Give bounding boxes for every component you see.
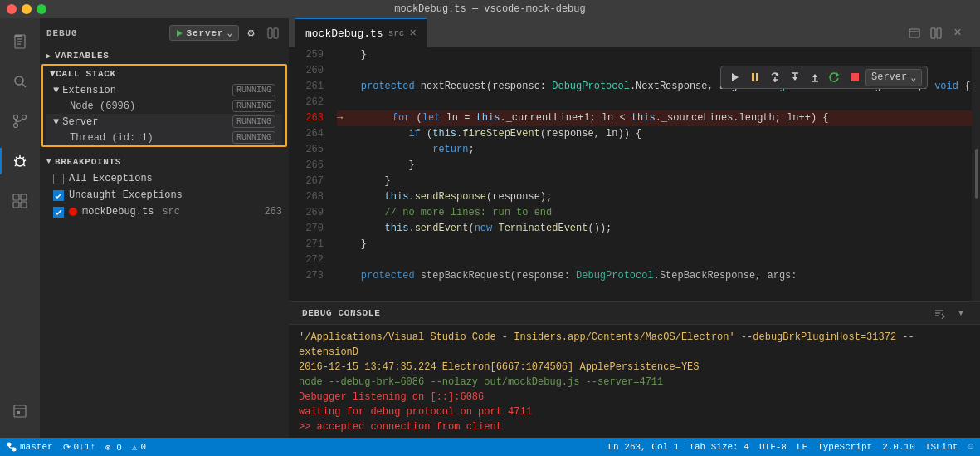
svg-rect-27 <box>268 28 272 38</box>
activity-files-icon[interactable] <box>0 22 40 61</box>
code-line-270: this . sendEvent ( new TerminatedEvent (… <box>337 221 972 237</box>
activity-debug-icon[interactable] <box>0 141 40 181</box>
bp-checkbox-uncaught[interactable] <box>53 190 64 201</box>
code-line-264: if ( this . fireStepEvent (response, ln)… <box>337 126 972 142</box>
pause-button[interactable] <box>746 68 764 86</box>
svg-marker-36 <box>792 77 797 81</box>
bp-dot-icon <box>69 208 77 216</box>
svg-marker-29 <box>732 73 739 81</box>
code-line-268: this . sendResponse (response); <box>337 189 972 205</box>
callstack-group-extension: ▼ Extension RUNNING Node (6996) RUNNING <box>43 82 285 114</box>
bp-checkbox-all[interactable] <box>53 174 64 184</box>
debug-server-select[interactable]: Server ⌄ <box>865 69 922 86</box>
callstack-item-thread[interactable]: Thread (id: 1) RUNNING <box>46 130 282 145</box>
version-status[interactable]: 2.0.10 <box>882 442 915 452</box>
maximize-button[interactable] <box>37 4 46 14</box>
activity-git-icon[interactable] <box>0 101 40 141</box>
bp-src-label: src <box>162 206 180 218</box>
node-running-badge: RUNNING <box>232 100 275 112</box>
bp-checkbox-mockdebug[interactable] <box>53 207 64 218</box>
close-editor-icon[interactable]: × <box>948 24 967 42</box>
eol-status[interactable]: LF <box>797 442 807 452</box>
tab-mockdebug[interactable]: mockDebug.ts src × <box>295 18 427 47</box>
minimize-button[interactable] <box>22 4 32 14</box>
svg-point-8 <box>22 115 27 120</box>
traffic-lights <box>7 4 46 14</box>
window-title: mockDebug.ts — vscode-mock-debug <box>394 3 585 15</box>
tab-size-status[interactable]: Tab Size: 4 <box>689 442 749 452</box>
errors-status[interactable]: ⊗ 0 <box>105 442 122 453</box>
bp-uncaught-exceptions[interactable]: Uncaught Exceptions <box>40 187 289 203</box>
linter-label: TSLint <box>925 442 958 452</box>
thread-running-badge: RUNNING <box>232 131 275 144</box>
debug-controls: Server ⌄ ⚙ <box>169 24 282 42</box>
step-out-button[interactable] <box>806 68 824 86</box>
svg-line-17 <box>15 164 17 166</box>
split-editor-icon[interactable] <box>264 24 282 42</box>
server-group-name: ▼ Server <box>53 116 98 128</box>
svg-rect-22 <box>21 202 27 208</box>
close-button[interactable] <box>7 4 17 14</box>
sync-label: 0↓1↑ <box>74 442 95 452</box>
activity-search-icon[interactable] <box>0 61 40 101</box>
debug-play-button[interactable]: Server ⌄ <box>169 25 239 41</box>
callstack-group-extension-header[interactable]: ▼ Extension RUNNING <box>46 82 282 98</box>
group-name: ▼ Extension <box>53 85 116 96</box>
svg-line-13 <box>16 157 17 159</box>
debug-toolbar: Server ⌄ <box>720 66 928 89</box>
sync-status[interactable]: ⟳ 0↓1↑ <box>63 442 95 453</box>
svg-rect-46 <box>937 28 941 38</box>
language-status[interactable]: TypeScript <box>817 442 872 452</box>
encoding-status[interactable]: UTF-8 <box>759 442 787 452</box>
editor-area: Server ⌄ mockDebug.ts src × <box>289 18 980 438</box>
console-actions: ▾ <box>930 304 970 322</box>
breakpoints-label[interactable]: ▼ BREAKPOINTS <box>40 154 289 170</box>
callstack-header[interactable]: ▼ CALL STACK <box>43 66 285 82</box>
debug-header: DEBUG Server ⌄ ⚙ <box>40 18 289 47</box>
warnings-status[interactable]: ⚠ 0 <box>132 442 146 453</box>
activity-files2-icon[interactable] <box>0 391 40 431</box>
split-view-icon[interactable] <box>927 24 945 42</box>
stop-button[interactable] <box>846 68 864 86</box>
step-into-button[interactable] <box>786 68 804 86</box>
warnings-icon: ⚠ <box>132 442 138 453</box>
linter-status[interactable]: TSLint <box>925 442 958 452</box>
scrollbar-thumb[interactable] <box>975 149 978 199</box>
main-layout: DEBUG Server ⌄ ⚙ <box>0 18 980 438</box>
callstack-group-server-header[interactable]: ▼ Server RUNNING <box>46 114 282 130</box>
emoji-status[interactable]: ☺ <box>968 442 973 452</box>
triangle-icon: ▶ <box>46 51 51 61</box>
console-line-3: node --debug-brk=6086 --nolazy out/mockD… <box>299 375 970 390</box>
tab-src-label: src <box>388 28 405 38</box>
code-line-269: // no more lines: run to end <box>337 205 972 221</box>
ln-col-status[interactable]: Ln 263, Col 1 <box>607 442 679 452</box>
debug-console: DEBUG CONSOLE ▾ '/Applications/Visual St… <box>289 301 980 438</box>
tab-close-button[interactable]: × <box>409 27 416 40</box>
debug-label: DEBUG <box>46 28 77 38</box>
console-tab-debug[interactable]: DEBUG CONSOLE <box>299 308 383 318</box>
bp-mockdebug[interactable]: mockDebug.ts src 263 <box>40 203 289 220</box>
variables-section-label[interactable]: ▶ VARIABLES <box>40 47 289 64</box>
editor-icon1[interactable] <box>905 24 924 42</box>
console-clear-icon[interactable] <box>930 304 948 322</box>
callstack-label: CALL STACK <box>56 69 116 79</box>
console-line-5: waiting for debug protocol on port 4711 <box>299 405 970 419</box>
bp-mockdebug-label: mockDebug.ts <box>82 206 154 218</box>
code-line-265: return ; <box>337 142 972 158</box>
callstack-item-node[interactable]: Node (6996) RUNNING <box>46 98 282 114</box>
svg-rect-25 <box>17 411 20 414</box>
step-over-button[interactable] <box>766 68 784 86</box>
scrollbar[interactable] <box>972 47 980 301</box>
console-header: DEBUG CONSOLE ▾ <box>289 302 980 325</box>
console-collapse-icon[interactable]: ▾ <box>952 304 970 322</box>
bp-all-exceptions[interactable]: All Exceptions <box>40 170 289 187</box>
editor-tab-bar: mockDebug.ts src × × <box>289 18 980 47</box>
warnings-label: 0 <box>140 442 146 452</box>
gear-icon[interactable]: ⚙ <box>242 24 261 42</box>
continue-button[interactable] <box>726 68 744 86</box>
svg-rect-42 <box>851 73 859 81</box>
activity-extensions-icon[interactable] <box>0 181 40 221</box>
restart-button[interactable] <box>826 68 844 86</box>
branch-status[interactable]: master <box>7 442 53 452</box>
titlebar: mockDebug.ts — vscode-mock-debug <box>0 0 980 18</box>
